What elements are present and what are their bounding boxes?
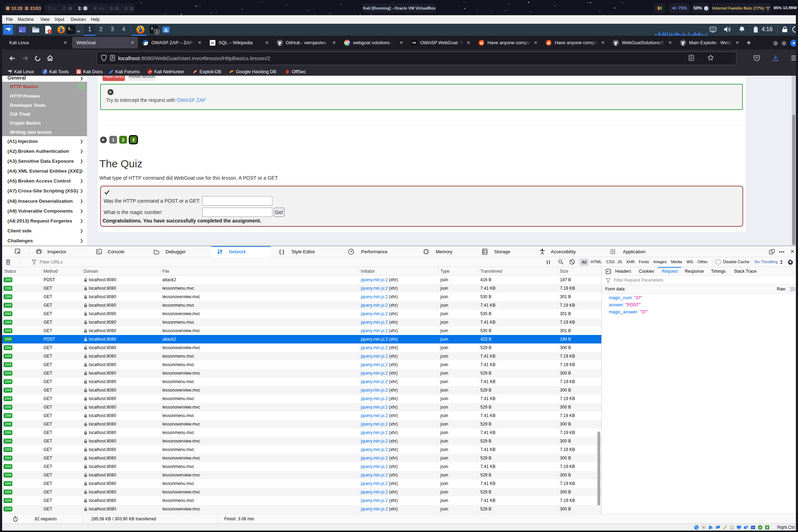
svg-text:W: W bbox=[211, 41, 215, 45]
svg-text:V: V bbox=[752, 526, 754, 529]
